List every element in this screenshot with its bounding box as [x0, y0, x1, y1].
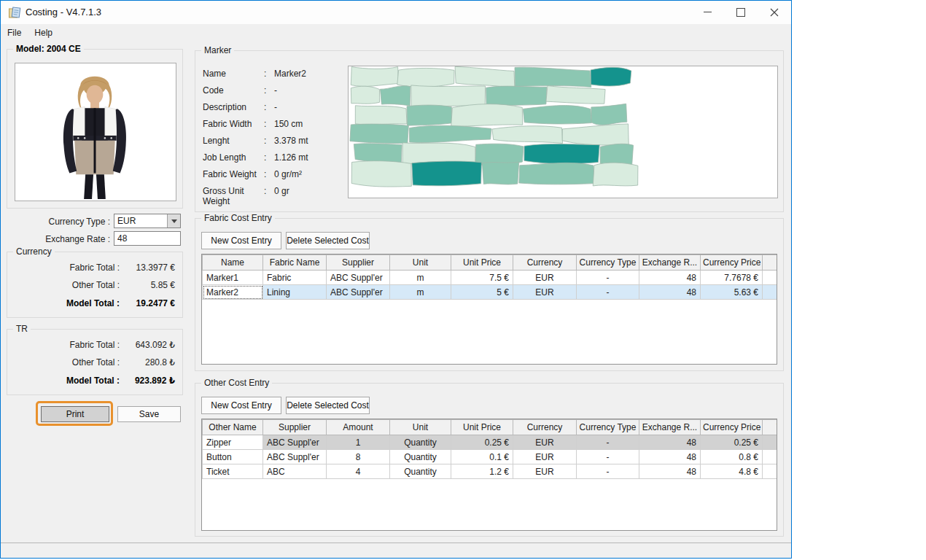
- column-header[interactable]: Fabric Name: [263, 255, 327, 271]
- cell[interactable]: ABC Suppl'er: [263, 435, 327, 450]
- cell[interactable]: EUR: [513, 450, 577, 464]
- table-row[interactable]: ZipperABC Suppl'er1Quantity0.25 €EUR-480…: [203, 435, 778, 450]
- cell[interactable]: -: [577, 450, 639, 464]
- cell[interactable]: EUR: [513, 435, 577, 450]
- cell[interactable]: 0.25 €: [451, 435, 513, 450]
- cell[interactable]: -: [577, 285, 639, 300]
- column-header[interactable]: TRY Total: [763, 255, 778, 271]
- cell[interactable]: Quantity: [390, 464, 451, 479]
- cell[interactable]: 4: [327, 464, 390, 479]
- cell[interactable]: Lining: [263, 285, 327, 300]
- column-header[interactable]: TRY Total: [763, 420, 778, 435]
- marker-piece: [412, 161, 482, 186]
- cell[interactable]: m: [390, 271, 451, 285]
- column-header[interactable]: Unit Price: [451, 420, 513, 435]
- cell[interactable]: 0.1 €: [451, 450, 513, 464]
- title-bar[interactable]: Costing - V4.7.1.3: [1, 1, 791, 24]
- column-header[interactable]: Supplier: [263, 420, 327, 435]
- cell[interactable]: EUR: [513, 285, 577, 300]
- cell[interactable]: -: [577, 464, 639, 479]
- marker-field-row: Job Length:1.126 mt: [203, 152, 308, 164]
- other-delete-selected-cost-button[interactable]: Delete Selected Cost: [286, 397, 370, 414]
- column-header[interactable]: Currency Price: [701, 255, 763, 271]
- model-photo: [15, 63, 174, 199]
- table-row[interactable]: ButtonABC Suppl'er8Quantity0.1 €EUR-480.…: [203, 450, 778, 464]
- cell[interactable]: 5.63 €: [701, 285, 763, 300]
- minimize-button[interactable]: [690, 1, 724, 23]
- cell[interactable]: ABC Suppl'er: [327, 285, 390, 300]
- cell[interactable]: 38.4 ₺: [763, 450, 778, 464]
- marker-layout-image: [349, 66, 777, 198]
- cell[interactable]: ABC Suppl'er: [263, 450, 327, 464]
- cell[interactable]: -: [577, 435, 639, 450]
- cell[interactable]: 270.24 ₺: [763, 285, 778, 300]
- cell[interactable]: 7.5 €: [451, 271, 513, 285]
- table-row[interactable]: TicketABC4Quantity1.2 €EUR-484.8 €230.4 …: [203, 464, 778, 479]
- currency-type-select[interactable]: EUR: [114, 214, 181, 228]
- cell[interactable]: Marker1: [203, 271, 263, 285]
- column-header[interactable]: Currency: [513, 420, 577, 435]
- cell[interactable]: 48: [639, 285, 701, 300]
- table-row[interactable]: Marker2LiningABC Suppl'erm5 €EUR-485.63 …: [203, 285, 778, 300]
- cell[interactable]: 8: [327, 450, 390, 464]
- menu-help[interactable]: Help: [28, 26, 59, 40]
- cell[interactable]: Button: [203, 450, 263, 464]
- column-header[interactable]: Currency Type: [577, 255, 639, 271]
- column-header[interactable]: Exchange R...: [639, 255, 701, 271]
- marker-piece: [562, 124, 629, 145]
- column-header[interactable]: Amount: [327, 420, 390, 435]
- table-row[interactable]: Marker1FabricABC Suppl'erm7.5 €EUR-487.7…: [203, 271, 778, 285]
- cell[interactable]: EUR: [513, 271, 577, 285]
- cell[interactable]: 48: [639, 450, 701, 464]
- column-header[interactable]: Currency Type: [577, 420, 639, 435]
- print-button[interactable]: Print: [41, 406, 109, 422]
- cell[interactable]: 1: [327, 435, 390, 450]
- fabric-new-cost-entry-button[interactable]: New Cost Entry: [201, 232, 281, 249]
- cell[interactable]: -: [577, 271, 639, 285]
- cell[interactable]: Fabric: [263, 271, 327, 285]
- cell[interactable]: m: [390, 285, 451, 300]
- cell[interactable]: 230.4 ₺: [763, 464, 778, 479]
- marker-piece: [354, 144, 402, 163]
- exchange-rate-input[interactable]: 48: [114, 231, 181, 246]
- cell[interactable]: EUR: [513, 464, 577, 479]
- cell[interactable]: Zipper: [203, 435, 263, 450]
- cell[interactable]: 4.8 €: [701, 464, 763, 479]
- cell[interactable]: 48: [639, 435, 701, 450]
- cell[interactable]: 7.7678 €: [701, 271, 763, 285]
- column-header[interactable]: Exchange R...: [639, 420, 701, 435]
- column-header[interactable]: Name: [203, 255, 263, 271]
- cell[interactable]: 0.8 €: [701, 450, 763, 464]
- fabric-delete-selected-cost-button[interactable]: Delete Selected Cost: [286, 232, 370, 249]
- column-header[interactable]: Currency Price: [701, 420, 763, 435]
- currency-other-total-value: 5.85 €: [120, 280, 175, 290]
- column-header[interactable]: Currency: [513, 255, 577, 271]
- cell[interactable]: 5 €: [451, 285, 513, 300]
- save-button[interactable]: Save: [117, 406, 181, 422]
- cell[interactable]: 48: [639, 271, 701, 285]
- cell[interactable]: Ticket: [203, 464, 263, 479]
- cell[interactable]: 0.25 €: [701, 435, 763, 450]
- cell[interactable]: 48: [639, 464, 701, 479]
- cell[interactable]: Quantity: [390, 435, 451, 450]
- maximize-button[interactable]: [724, 1, 758, 23]
- column-header[interactable]: Unit: [390, 420, 451, 435]
- cell[interactable]: 12 ₺: [763, 435, 778, 450]
- maximize-icon: [736, 8, 745, 17]
- column-header[interactable]: Unit: [390, 255, 451, 271]
- column-header[interactable]: Other Name: [203, 420, 263, 435]
- other-new-cost-entry-button[interactable]: New Cost Entry: [201, 397, 281, 414]
- column-header[interactable]: Supplier: [327, 255, 390, 271]
- marker-field-value: -: [274, 102, 277, 114]
- app-window: Costing - V4.7.1.3 File Help Model: 2004…: [0, 0, 792, 559]
- cell[interactable]: 372.852 ₺: [763, 271, 778, 285]
- cell[interactable]: 1.2 €: [451, 464, 513, 479]
- column-header[interactable]: Unit Price: [451, 255, 513, 271]
- menu-file[interactable]: File: [1, 26, 28, 40]
- combo-arrow-button[interactable]: [167, 214, 180, 228]
- cell[interactable]: Quantity: [390, 450, 451, 464]
- cell[interactable]: Marker2: [203, 285, 263, 300]
- close-button[interactable]: [758, 1, 791, 23]
- cell[interactable]: ABC Suppl'er: [327, 271, 390, 285]
- cell[interactable]: ABC: [263, 464, 327, 479]
